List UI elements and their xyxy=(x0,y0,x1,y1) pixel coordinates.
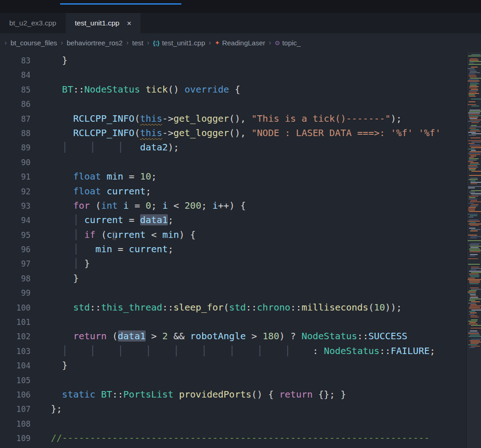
line-number[interactable]: 99 xyxy=(0,286,31,300)
line-number[interactable]: 93 xyxy=(0,199,31,213)
line-number[interactable]: 86 xyxy=(0,97,31,112)
tab-test_unit1[interactable]: test_unit1.cpp × xyxy=(66,13,141,33)
code-token: :: xyxy=(290,302,302,313)
line-number[interactable]: 83 xyxy=(0,54,31,68)
line-number[interactable]: 88 xyxy=(0,126,31,141)
line-number[interactable]: 98 xyxy=(0,272,31,286)
code-line[interactable]: 95 │ if (current < min) { xyxy=(0,228,481,242)
breadcrumb-item-file[interactable]: {;} test_unit1.cpp xyxy=(153,39,205,47)
code-token: BT xyxy=(101,389,112,400)
code-line[interactable]: 108 xyxy=(0,417,481,431)
minimap-row xyxy=(471,54,481,55)
line-number[interactable]: 102 xyxy=(0,330,31,344)
minimap-row xyxy=(469,179,478,180)
code-token: float xyxy=(73,186,101,197)
code-line[interactable]: 102 return (data1 > 2 && robotAngle > 18… xyxy=(0,329,481,343)
code-line[interactable]: 105 xyxy=(0,373,481,387)
minimap-row xyxy=(469,283,478,284)
minimap-row xyxy=(470,254,478,255)
code-line[interactable]: 89 │ │ │ data2); xyxy=(0,140,481,155)
minimap-row xyxy=(468,278,475,279)
code-editor[interactable]: 83 }8485 BT::NodeStatus tick() override … xyxy=(0,52,481,448)
line-number[interactable]: 108 xyxy=(0,417,31,431)
code-line[interactable]: 109//-----------------------------------… xyxy=(0,431,481,445)
code-line[interactable]: 100 std::this_thread::sleep_for(std::chr… xyxy=(0,300,481,315)
line-number[interactable]: 95 xyxy=(0,228,31,243)
minimap-row xyxy=(469,203,474,204)
minimap-row xyxy=(468,149,475,149)
code-line[interactable]: 104 } xyxy=(0,358,481,373)
minimap-row xyxy=(469,274,479,274)
code-line[interactable]: 87 RCLCPP_INFO(this->get_logger(), "This… xyxy=(0,112,481,126)
code-token: < xyxy=(146,229,162,240)
line-number[interactable]: 97 xyxy=(0,257,31,271)
line-number[interactable]: 87 xyxy=(0,112,31,126)
code-token: = xyxy=(123,171,140,182)
close-icon[interactable]: × xyxy=(127,19,131,27)
minimap-row xyxy=(471,229,481,230)
code-line[interactable]: 103 │ │ │ │ │ │ │ │ │ : NodeStatus::FAIL… xyxy=(0,344,481,358)
breadcrumb-item-symbol[interactable]: ⊙ topic_ xyxy=(275,39,301,47)
code-token: data2 xyxy=(140,142,168,153)
code-line[interactable]: 88 RCLCPP_INFO(this->get_logger(), "NODE… xyxy=(0,126,481,140)
code-line[interactable]: 91 float min = 10; xyxy=(0,169,481,184)
tab-bt_u2_ex3[interactable]: bt_u2_ex3.cpp xyxy=(0,13,66,33)
line-number[interactable]: 103 xyxy=(0,344,31,359)
minimap-row xyxy=(470,343,479,344)
code-line[interactable]: 106 static BT::PortsList providedPorts()… xyxy=(0,387,481,402)
breadcrumb-item-class[interactable]: ✦ ReadingLaser xyxy=(215,39,265,47)
line-number[interactable]: 104 xyxy=(0,359,31,373)
code-line[interactable]: 86 xyxy=(0,97,481,111)
code-line[interactable]: 97 │ } xyxy=(0,256,481,271)
minimap[interactable] xyxy=(466,52,481,448)
line-number[interactable]: 89 xyxy=(0,141,31,155)
vscode-window: bt_u2_ex3.cpp test_unit1.cpp × › bt_cour… xyxy=(0,0,481,448)
code-token: min xyxy=(95,243,112,255)
code-line[interactable]: 85 BT::NodeStatus tick() override { xyxy=(0,82,481,97)
line-number[interactable]: 101 xyxy=(0,315,31,330)
code-line[interactable]: 93 for (int i = 0; i < 200; i++) { xyxy=(0,199,481,213)
breadcrumb-item-folder[interactable]: bt_course_files xyxy=(11,39,57,47)
code-line[interactable]: 98 } xyxy=(0,271,481,286)
line-number[interactable]: 94 xyxy=(0,213,31,228)
line-number[interactable]: 85 xyxy=(0,83,31,97)
code-token: ; xyxy=(146,186,151,197)
line-number[interactable]: 91 xyxy=(0,170,31,184)
method-symbol-icon: ⊙ xyxy=(275,40,280,46)
minimap-row xyxy=(468,332,479,333)
minimap-row xyxy=(470,243,481,244)
code-token: RCLCPP_INFO xyxy=(73,113,134,124)
line-number[interactable]: 92 xyxy=(0,185,31,199)
code-token: :: xyxy=(90,302,101,313)
minimap-row xyxy=(468,107,481,108)
line-number[interactable]: 84 xyxy=(0,68,31,82)
code-line[interactable]: 83 } xyxy=(0,53,481,68)
minimap-row xyxy=(468,221,480,222)
code-token: │ xyxy=(201,345,229,356)
minimap-row xyxy=(468,136,481,137)
code-line[interactable]: 107}; xyxy=(0,402,481,416)
minimap-row xyxy=(468,233,481,234)
breadcrumb-item-folder[interactable]: test xyxy=(132,39,143,47)
line-number[interactable]: 96 xyxy=(0,243,31,257)
breadcrumb-item-folder[interactable]: behaviortree_ros2 xyxy=(67,39,123,47)
line-number[interactable]: 90 xyxy=(0,156,31,170)
line-number[interactable]: 107 xyxy=(0,402,31,417)
code-token: data1 xyxy=(140,214,168,225)
code-line[interactable]: 96 │ min = current; xyxy=(0,242,481,256)
code-token: i xyxy=(123,200,129,211)
code-line[interactable]: 92 float current; xyxy=(0,184,481,199)
code-line[interactable]: 84 xyxy=(0,68,481,82)
code-line[interactable]: 99 xyxy=(0,286,481,300)
minimap-row xyxy=(470,330,477,331)
line-number[interactable]: 106 xyxy=(0,388,31,402)
line-number[interactable]: 105 xyxy=(0,373,31,388)
tab-label: test_unit1.cpp xyxy=(75,19,120,27)
minimap-row xyxy=(469,322,476,323)
code-line[interactable]: 90 xyxy=(0,155,481,169)
code-line[interactable]: 94 │ current = data1; xyxy=(0,213,481,227)
minimap-row xyxy=(471,171,481,172)
code-line[interactable]: 101 xyxy=(0,315,481,329)
line-number[interactable]: 100 xyxy=(0,301,31,315)
line-number[interactable]: 109 xyxy=(0,431,31,446)
